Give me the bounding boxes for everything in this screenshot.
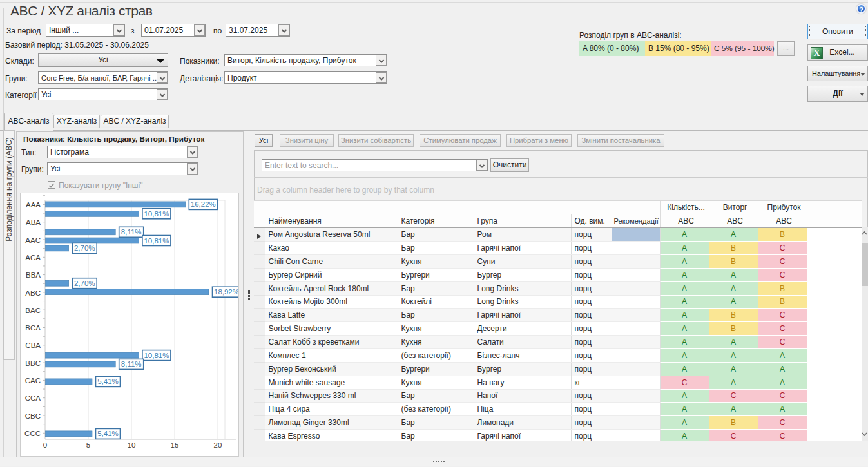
svg-text:20: 20 [214, 441, 222, 449]
svg-text:16,22%: 16,22% [191, 200, 216, 208]
svg-text:CAC: CAC [25, 377, 41, 385]
svg-text:BCA: BCA [25, 324, 41, 332]
svg-text:5,41%: 5,41% [97, 430, 119, 437]
svg-text:0: 0 [43, 441, 47, 449]
svg-text:8,11%: 8,11% [121, 360, 142, 368]
svg-text:8,11%: 8,11% [121, 228, 142, 236]
svg-text:ABC: ABC [25, 289, 41, 297]
svg-text:BBC: BBC [25, 359, 41, 367]
svg-text:2,70%: 2,70% [74, 244, 95, 252]
svg-text:5,41%: 5,41% [97, 377, 119, 385]
svg-text:X: X [813, 48, 820, 58]
svg-text:CCA: CCA [25, 394, 41, 402]
svg-text:AAA: AAA [26, 201, 41, 209]
svg-text:5: 5 [86, 441, 90, 449]
svg-text:2,70%: 2,70% [74, 280, 95, 287]
svg-text:BBA: BBA [26, 271, 41, 279]
svg-text:CBC: CBC [25, 412, 41, 420]
svg-text:ABA: ABA [26, 218, 41, 226]
svg-text:CBA: CBA [25, 341, 41, 349]
svg-text:15: 15 [171, 441, 179, 449]
svg-text:10,81%: 10,81% [144, 352, 169, 359]
svg-text:10: 10 [128, 441, 136, 449]
svg-text:CCC: CCC [24, 430, 41, 437]
svg-text:10,81%: 10,81% [144, 237, 169, 245]
svg-text:BAC: BAC [25, 307, 41, 314]
svg-text:18,92%: 18,92% [214, 288, 238, 296]
svg-text:AAC: AAC [25, 236, 41, 244]
svg-text:10,81%: 10,81% [144, 210, 169, 218]
svg-text:ACA: ACA [25, 254, 41, 262]
